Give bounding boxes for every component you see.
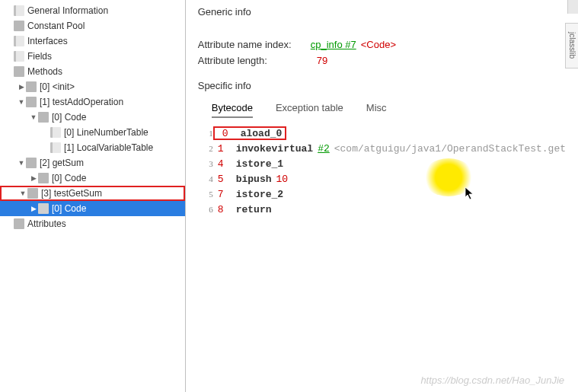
tree-label: [0] LineNumberTable [64, 127, 148, 138]
chevron-right-icon[interactable]: ▶ [17, 83, 26, 91]
tab-exception-table[interactable]: Exception table [276, 102, 343, 118]
highlight-box: 0 aload_0 [213, 126, 287, 140]
watermark: https://blog.csdn.net/Hao_JunJie [420, 374, 564, 386]
bc-lineno: 2 [203, 144, 213, 153]
tree-label: [1] testAddOperation [40, 97, 123, 107]
folder-icon [26, 81, 37, 92]
bc-instruction: aload_0 [241, 128, 283, 139]
chevron-down-icon[interactable]: ▼ [17, 159, 26, 167]
tree-gs-code[interactable]: ▶ [0] Code [0, 171, 185, 186]
tree-label: [2] getSum [40, 158, 84, 168]
tree-attributes[interactable]: Attributes [0, 216, 185, 231]
tree-interfaces[interactable]: Interfaces [0, 33, 185, 49]
folder-icon [14, 66, 24, 77]
scrollbar[interactable] [567, 0, 578, 14]
bytecode-row[interactable]: 2 1 invokevirtual #2 <com/atguigu/java1/… [203, 141, 566, 156]
detail-panel: jclasslib Generic info Attribute name in… [186, 0, 578, 392]
attr-length-value: 79 [317, 55, 327, 66]
chevron-down-icon[interactable]: ▼ [18, 190, 27, 197]
tree-fields[interactable]: Fields [0, 49, 185, 64]
bc-instruction: istore_1 [236, 158, 283, 170]
tree-label: General Information [27, 5, 108, 16]
tabs: Bytecode Exception table Misc [212, 102, 566, 118]
tree-method-testaddoperation[interactable]: ▼ [1] testAddOperation [0, 94, 185, 110]
tree-label: [0] Code [52, 112, 86, 123]
bc-instruction: return [236, 204, 272, 215]
bc-lineno: 4 [203, 174, 213, 183]
tab-bytecode[interactable]: Bytecode [212, 102, 253, 118]
bytecode-list: 1 0 aload_0 2 1 invokevirtual #2 <com/at… [203, 126, 566, 217]
tree-panel: General Information Constant Pool Interf… [0, 0, 186, 392]
bytecode-row[interactable]: 6 8 return [203, 202, 566, 217]
tab-misc[interactable]: Misc [366, 102, 387, 118]
folder-icon [26, 97, 37, 107]
tree-methods[interactable]: Methods [0, 64, 185, 79]
right-tab[interactable]: jclasslib [565, 23, 578, 69]
tree-method-getsum[interactable]: ▼ [2] getSum [0, 155, 185, 171]
bc-offset: 4 [218, 158, 232, 170]
bc-lineno: 6 [203, 205, 213, 214]
tree-label: Interfaces [27, 36, 68, 46]
folder-icon [27, 188, 38, 199]
attr-name-row: Attribute name index: cp_info #7 <Code> [198, 39, 566, 50]
bc-lineno: 5 [203, 190, 213, 199]
folder-icon [26, 158, 37, 168]
folder-icon [14, 21, 24, 31]
bc-arg-link[interactable]: #2 [318, 143, 330, 155]
attr-name-label: Attribute name index: [198, 39, 311, 50]
bc-instruction: bipush [236, 174, 272, 185]
folder-icon [38, 203, 49, 214]
tree-method-testgetsum[interactable]: ▼ [3] testGetSum [0, 186, 185, 201]
attr-length-row: Attribute length: 79 [198, 55, 566, 66]
file-icon [14, 36, 24, 46]
chevron-right-icon[interactable]: ▶ [29, 205, 38, 212]
code-tag: <Code> [361, 39, 396, 50]
bc-offset: 0 [222, 128, 236, 139]
tree-label: [3] testGetSum [41, 188, 102, 199]
bc-arg-trail: <com/atguigu/java1/OperandStackTest.get [334, 143, 566, 155]
bc-offset: 7 [218, 189, 232, 200]
specific-info-section: Specific info Bytecode Exception table M… [198, 80, 566, 217]
tree-general-information[interactable]: General Information [0, 3, 185, 18]
bc-instruction: istore_2 [236, 189, 283, 200]
file-icon [50, 142, 61, 153]
folder-icon [38, 112, 49, 123]
tree-label: [0] Code [52, 173, 86, 183]
tree-label: Methods [27, 66, 62, 77]
bc-arg: 10 [276, 174, 289, 185]
tree-method-init[interactable]: ▶ [0] <init> [0, 79, 185, 94]
generic-info-title: Generic info [198, 6, 566, 18]
generic-info-section: Generic info Attribute name index: cp_in… [198, 6, 566, 66]
attr-length-label: Attribute length: [198, 55, 311, 66]
chevron-down-icon[interactable]: ▼ [29, 113, 38, 121]
tree-tgs-code[interactable]: ▶ [0] Code [0, 201, 185, 216]
bc-instruction: invokevirtual [236, 143, 313, 155]
file-icon [14, 51, 24, 62]
folder-icon [14, 218, 24, 229]
tree-label: [1] LocalVariableTable [64, 142, 153, 153]
bc-lineno: 1 [203, 129, 213, 138]
tree-label: [0] <init> [40, 81, 75, 92]
bytecode-row[interactable]: 5 7 istore_2 [203, 186, 566, 202]
folder-icon [38, 173, 49, 183]
tree-label: Fields [27, 51, 52, 62]
tree-constant-pool[interactable]: Constant Pool [0, 18, 185, 33]
tree-label: Attributes [27, 218, 66, 229]
bytecode-row[interactable]: 1 0 aload_0 [203, 126, 566, 141]
cp-info-link[interactable]: cp_info #7 [311, 39, 356, 50]
bc-lineno: 3 [203, 159, 213, 168]
specific-info-title: Specific info [198, 80, 566, 91]
bc-offset: 8 [218, 204, 232, 215]
bc-offset: 5 [218, 174, 232, 185]
bytecode-row[interactable]: 3 4 istore_1 [203, 156, 566, 171]
bytecode-row[interactable]: 4 5 bipush 10 [203, 171, 566, 186]
tree-tao-localvariabletable[interactable]: [1] LocalVariableTable [0, 140, 185, 155]
tree-tao-code[interactable]: ▼ [0] Code [0, 110, 185, 125]
chevron-right-icon[interactable]: ▶ [29, 174, 38, 182]
file-icon [50, 127, 61, 138]
chevron-down-icon[interactable]: ▼ [17, 98, 26, 106]
bc-offset: 1 [218, 143, 232, 155]
file-icon [14, 5, 24, 16]
tree-tao-linenumbertable[interactable]: [0] LineNumberTable [0, 125, 185, 140]
tree-label: Constant Pool [27, 21, 85, 31]
